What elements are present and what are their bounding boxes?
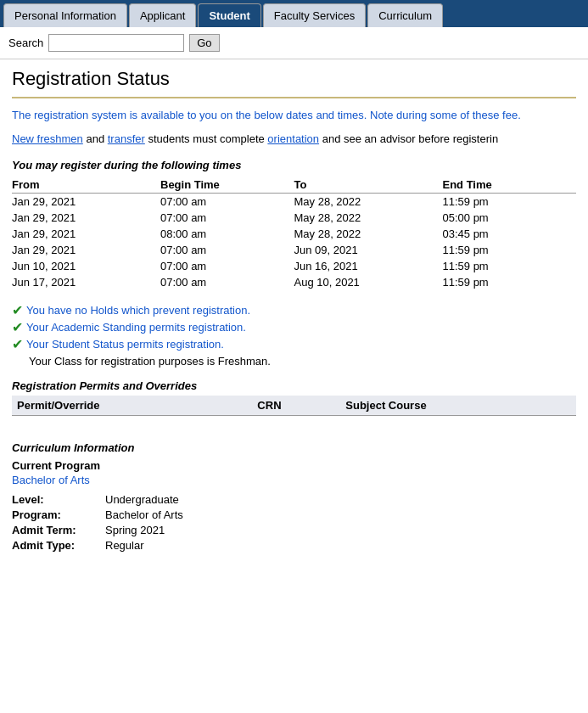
- cell-end: 11:59 pm: [443, 194, 577, 211]
- freshmen-notice: New freshmen and transfer students must …: [12, 131, 576, 148]
- col-subject-course: Subject Course: [340, 396, 576, 416]
- col-to: To: [294, 177, 443, 194]
- search-label: Search: [8, 36, 43, 49]
- section-divider: [12, 97, 576, 98]
- registration-times-section: You may register during the following ti…: [12, 159, 576, 290]
- status-text: Your Academic Standing permits registrat…: [26, 321, 246, 334]
- cell-from: Jun 17, 2021: [12, 274, 160, 290]
- cell-begin: 07:00 am: [160, 258, 294, 274]
- search-bar: Search Go: [0, 27, 588, 59]
- cell-begin: 07:00 am: [160, 194, 294, 211]
- checkmark-icon: ✔: [12, 338, 23, 351]
- cell-begin: 07:00 am: [160, 242, 294, 258]
- tab-applicant[interactable]: Applicant: [129, 3, 196, 27]
- cell-to: May 28, 2022: [294, 226, 443, 242]
- curriculum-detail-label: Program:: [12, 508, 105, 521]
- cell-end: 03:45 pm: [443, 226, 577, 242]
- cell-end: 11:59 pm: [443, 274, 577, 290]
- class-text: Your Class for registration purposes is …: [29, 355, 576, 368]
- checkmark-icon: ✔: [12, 304, 23, 317]
- curriculum-detail-label: Level:: [12, 493, 105, 506]
- curriculum-detail-label: Admit Term:: [12, 524, 105, 536]
- col-from: From: [12, 177, 160, 194]
- curriculum-program-value: Bachelor of Arts: [12, 474, 576, 486]
- status-section: ✔You have no Holds which prevent registr…: [12, 304, 576, 351]
- main-content: Registration Status The registration sys…: [0, 59, 588, 563]
- curriculum-detail-value: Regular: [105, 539, 144, 552]
- permits-table: Permit/Override CRN Subject Course: [12, 396, 576, 416]
- status-text: You have no Holds which prevent registra…: [26, 304, 250, 317]
- cell-from: Jan 29, 2021: [12, 210, 160, 226]
- page-title: Registration Status: [12, 68, 576, 90]
- curriculum-details: Level:UndergraduateProgram:Bachelor of A…: [12, 493, 576, 552]
- permits-section: Registration Permits and Overrides Permi…: [12, 379, 576, 416]
- table-row: Jun 17, 202107:00 amAug 10, 202111:59 pm: [12, 274, 576, 290]
- freshmen-mid-text: and: [86, 132, 107, 145]
- col-begin-time: Begin Time: [160, 177, 294, 194]
- table-row: Jan 29, 202107:00 amJun 09, 202111:59 pm: [12, 242, 576, 258]
- curriculum-detail-row: Admit Term:Spring 2021: [12, 524, 576, 536]
- curriculum-detail-value: Spring 2021: [105, 524, 165, 536]
- tab-curriculum[interactable]: Curriculum: [367, 3, 443, 27]
- status-text: Your Student Status permits registration…: [26, 338, 224, 351]
- table-row: Jun 10, 202107:00 amJun 16, 202111:59 pm: [12, 258, 576, 274]
- cell-from: Jun 10, 2021: [12, 258, 160, 274]
- col-crn: CRN: [252, 396, 340, 416]
- status-item: ✔You have no Holds which prevent registr…: [12, 304, 576, 317]
- curriculum-detail-value: Undergraduate: [105, 493, 179, 506]
- tab-faculty-services[interactable]: Faculty Services: [263, 3, 366, 27]
- cell-end: 05:00 pm: [443, 210, 577, 226]
- search-input[interactable]: [48, 34, 184, 52]
- navigation-bar: Personal Information Applicant Student F…: [0, 0, 588, 27]
- cell-from: Jan 29, 2021: [12, 226, 160, 242]
- cell-end: 11:59 pm: [443, 242, 577, 258]
- cell-to: Jun 09, 2021: [294, 242, 443, 258]
- curriculum-section: Curriculum Information Current Program B…: [12, 441, 576, 552]
- cell-from: Jan 29, 2021: [12, 242, 160, 258]
- curriculum-detail-value: Bachelor of Arts: [105, 508, 183, 521]
- cell-begin: 07:00 am: [160, 210, 294, 226]
- registration-times-table: From Begin Time To End Time Jan 29, 2021…: [12, 177, 576, 290]
- cell-begin: 08:00 am: [160, 226, 294, 242]
- cell-to: May 28, 2022: [294, 194, 443, 211]
- curriculum-detail-label: Admit Type:: [12, 539, 105, 552]
- status-item: ✔Your Academic Standing permits registra…: [12, 321, 576, 334]
- freshmen-post-text: and see an advisor before registerin: [322, 132, 498, 145]
- curriculum-detail-row: Program:Bachelor of Arts: [12, 508, 576, 521]
- curriculum-detail-row: Level:Undergraduate: [12, 493, 576, 506]
- cell-to: May 28, 2022: [294, 210, 443, 226]
- curriculum-header: Curriculum Information: [12, 441, 576, 454]
- cell-begin: 07:00 am: [160, 274, 294, 290]
- table-row: Jan 29, 202108:00 amMay 28, 202203:45 pm: [12, 226, 576, 242]
- reg-times-header: You may register during the following ti…: [12, 159, 576, 171]
- permits-header: Registration Permits and Overrides: [12, 379, 576, 392]
- transfer-link[interactable]: transfer: [108, 132, 145, 145]
- new-freshmen-link[interactable]: New freshmen: [12, 132, 83, 145]
- orientation-link[interactable]: orientation: [267, 132, 319, 145]
- cell-to: Aug 10, 2021: [294, 274, 443, 290]
- search-button[interactable]: Go: [189, 34, 219, 52]
- col-permit-override: Permit/Override: [12, 396, 252, 416]
- cell-end: 11:59 pm: [443, 258, 577, 274]
- freshmen-mid2-text: students must complete: [148, 132, 267, 145]
- cell-to: Jun 16, 2021: [294, 258, 443, 274]
- info-text: The registration system is available to …: [12, 107, 576, 124]
- curriculum-detail-row: Admit Type:Regular: [12, 539, 576, 552]
- permits-header-row: Permit/Override CRN Subject Course: [12, 396, 576, 416]
- col-end-time: End Time: [443, 177, 577, 194]
- cell-from: Jan 29, 2021: [12, 194, 160, 211]
- table-row: Jan 29, 202107:00 amMay 28, 202205:00 pm: [12, 210, 576, 226]
- tab-student[interactable]: Student: [198, 3, 260, 27]
- table-row: Jan 29, 202107:00 amMay 28, 202211:59 pm: [12, 194, 576, 211]
- checkmark-icon: ✔: [12, 321, 23, 334]
- reg-table-header-row: From Begin Time To End Time: [12, 177, 576, 194]
- status-item: ✔Your Student Status permits registratio…: [12, 338, 576, 351]
- curriculum-program-label: Current Program: [12, 459, 576, 472]
- tab-personal-information[interactable]: Personal Information: [3, 3, 127, 27]
